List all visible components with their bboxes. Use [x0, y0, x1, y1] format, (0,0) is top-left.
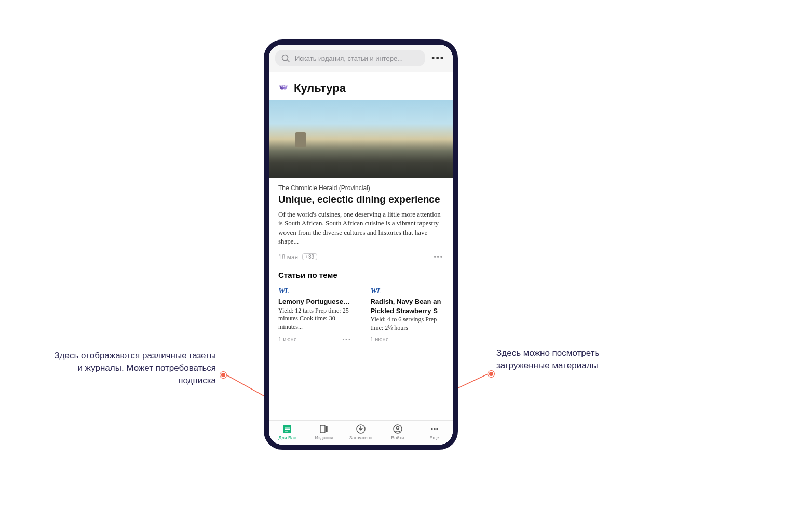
svg-rect-10: [320, 425, 325, 433]
article-source: The Chronicle Herald (Provincial): [278, 184, 443, 192]
svg-point-18: [436, 428, 438, 430]
annotation-right: Здесь можно посмотреть загруженные матер…: [496, 347, 642, 372]
svg-point-0: [282, 55, 288, 61]
lead-article[interactable]: The Chronicle Herald (Provincial) Unique…: [269, 178, 453, 249]
nav-label: Войти: [391, 435, 404, 440]
theater-mask-icon: [278, 83, 289, 93]
article-more-button[interactable]: •••: [434, 253, 443, 261]
phone-frame: Искать издания, статьи и интере... ••• К…: [264, 39, 458, 450]
publisher-logo: WL: [278, 287, 351, 296]
nav-login[interactable]: Войти: [379, 424, 416, 440]
publisher-logo: WL: [371, 287, 444, 296]
section-header: Культура: [269, 72, 453, 100]
svg-point-4: [283, 86, 285, 87]
svg-point-17: [434, 428, 435, 430]
article-body: Of the world's cuisines, one deserving a…: [278, 210, 443, 246]
article-count-badge[interactable]: +39: [302, 253, 317, 260]
publications-icon: [319, 424, 329, 434]
related-card-title: Radish, Navy Bean an: [371, 298, 444, 306]
related-card-more[interactable]: •••: [342, 336, 351, 342]
related-card[interactable]: WL Lemony Portuguese T... Yield: 12 tart…: [269, 287, 361, 332]
svg-rect-9: [285, 431, 288, 432]
related-heading: Статьи по теме: [269, 267, 453, 283]
article-headline: Unique, eclectic dining experience: [278, 194, 443, 206]
screen: Искать издания, статьи и интере... ••• К…: [269, 45, 453, 445]
search-input[interactable]: Искать издания, статьи и интере...: [275, 50, 425, 66]
related-card-title: Lemony Portuguese T...: [278, 298, 351, 306]
more-icon: [429, 424, 440, 434]
svg-point-5: [285, 86, 286, 87]
article-date: 18 мая: [278, 253, 298, 261]
related-card[interactable]: WL Radish, Navy Bean an Pickled Strawber…: [361, 287, 453, 332]
for-you-icon: [282, 424, 292, 434]
svg-rect-7: [285, 427, 290, 428]
nav-label: Еще: [429, 435, 439, 440]
svg-point-16: [431, 428, 432, 430]
bottom-nav: Для Вас Издания Загружено Войти: [269, 420, 453, 445]
related-list: WL Lemony Portuguese T... Yield: 12 tart…: [269, 283, 453, 332]
profile-icon: [393, 424, 403, 434]
search-icon: [280, 53, 291, 63]
svg-line-1: [288, 60, 290, 62]
nav-label: Издания: [315, 435, 333, 440]
more-menu-button[interactable]: •••: [429, 53, 446, 64]
svg-rect-8: [285, 429, 290, 430]
download-icon: [356, 424, 366, 434]
related-card-title-2: Pickled Strawberry S: [371, 307, 444, 315]
annotation-dot-left: [220, 372, 226, 378]
annotation-dot-right: [488, 371, 494, 377]
nav-for-you[interactable]: Для Вас: [269, 424, 306, 440]
search-placeholder: Искать издания, статьи и интере...: [295, 55, 403, 62]
top-bar: Искать издания, статьи и интере... •••: [269, 45, 453, 72]
nav-downloaded[interactable]: Загружено: [343, 424, 380, 440]
article-hero-image[interactable]: [269, 100, 453, 178]
related-card-body: Yield: 12 tarts Prep time: 25 minutes Co…: [278, 307, 351, 331]
article-meta: 18 мая +39 •••: [269, 249, 453, 267]
related-card-meta: 1 июня •••: [269, 332, 361, 345]
nav-label: Загружено: [349, 435, 372, 440]
nav-publications[interactable]: Издания: [306, 424, 343, 440]
annotation-left: Здесь отображаются различные газеты и жу…: [50, 350, 216, 386]
svg-point-2: [281, 86, 282, 87]
nav-label: Для Вас: [278, 435, 296, 440]
section-title: Культура: [294, 82, 346, 95]
related-card-date: 1 июня: [278, 336, 297, 342]
related-card-meta: 1 июня: [361, 332, 453, 345]
related-card-body: Yield: 4 to 6 servings Prep time: 2½ hou…: [371, 316, 444, 332]
related-card-date: 1 июня: [370, 336, 389, 342]
nav-more[interactable]: Еще: [416, 424, 453, 440]
svg-point-15: [396, 427, 399, 430]
